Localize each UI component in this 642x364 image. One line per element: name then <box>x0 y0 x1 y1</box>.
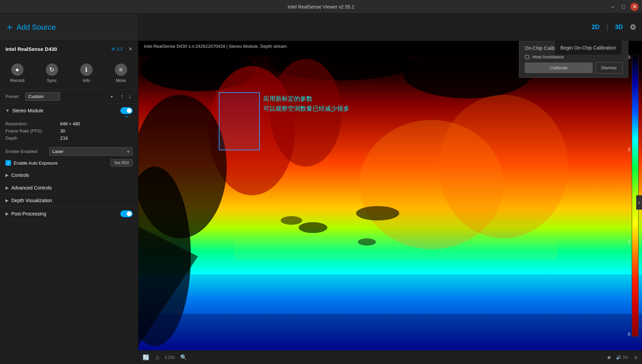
svg-point-12 <box>356 206 399 221</box>
close-button[interactable]: ✕ <box>630 3 639 11</box>
add-source-label: Add Source <box>16 23 56 32</box>
expand-right-button[interactable]: › <box>636 195 642 210</box>
resolution-value: 848 × 480 <box>60 121 80 126</box>
status-bar: 🔄 ⚠ ℹ 330 🔍 ■ 🔊 3% ∨ <box>138 350 642 364</box>
2d-view-button[interactable]: 2D <box>589 22 602 32</box>
host-assistance-row: Host Assistance <box>525 54 623 59</box>
controls-section[interactable]: ▶ Controls <box>0 169 138 182</box>
view-separator: | <box>606 23 608 31</box>
dismiss-button[interactable]: Dismiss <box>596 62 623 73</box>
sync-icon: ↻ <box>46 64 58 76</box>
more-label: More <box>116 78 126 83</box>
resolution-key: Resolution: <box>5 121 60 126</box>
stereo-module-settings: Resolution: 848 × 480 Frame Rate (FPS): … <box>0 117 138 146</box>
framerate-value: 30 <box>60 128 65 134</box>
svg-point-3 <box>403 48 532 98</box>
preset-label: Preset: <box>5 94 23 99</box>
more-icon: ≡ <box>115 64 127 76</box>
svg-point-14 <box>298 222 327 233</box>
roi-box[interactable] <box>219 92 260 150</box>
title-bar: Intel RealSense Viewer v2.55.1 – □ ✕ <box>0 0 642 14</box>
auto-exposure-row: ✓ Enable Auto Exposure Set ROI <box>0 157 138 169</box>
settings-button[interactable]: ⚙ <box>630 23 637 32</box>
viewer-area: Intel RealSense D430 s.n:242622070439 | … <box>138 41 642 364</box>
record-icon: ● <box>11 64 24 76</box>
volume-status: 🔊 3% <box>616 355 628 360</box>
stereo-module-arrow: ▼ <box>5 108 10 113</box>
framerate-row: Frame Rate (FPS): 30 <box>5 127 133 135</box>
svg-rect-10 <box>234 238 557 260</box>
record-button[interactable]: ● Record <box>0 60 35 86</box>
svg-point-15 <box>358 238 376 246</box>
stereo-module-title: Stereo Module <box>12 108 118 113</box>
sync-button[interactable]: ↻ Sync <box>35 60 69 86</box>
preset-actions: ↑ ↓ <box>119 92 133 101</box>
depth-row: Depth Z16 <box>5 135 133 142</box>
top-bar: 2D | 3D ⚙ <box>138 14 642 41</box>
usb-badge: ⇄ 3.2 <box>111 46 123 52</box>
calibrate-row: Calibrate Dismiss <box>525 62 623 73</box>
preset-select-wrapper: Custom Default High Accuracy High Densit… <box>25 92 116 101</box>
preset-select[interactable]: Custom Default High Accuracy High Densit… <box>25 92 60 101</box>
scale-label-2: 2 <box>628 147 630 152</box>
preset-upload-button[interactable]: ↑ <box>119 92 125 101</box>
framerate-key: Frame Rate (FPS): <box>5 128 60 134</box>
auto-exposure-checkbox[interactable]: ✓ <box>5 160 11 166</box>
resolution-row: Resolution: 848 × 480 <box>5 120 133 127</box>
stereo-module-header[interactable]: ▼ Stereo Module on <box>0 104 138 117</box>
begin-calibration-button[interactable]: Begin On-Chip Calibration <box>555 41 621 55</box>
annotation-line-2: 可以观察空洞数量已经减少很多 <box>263 104 349 114</box>
app-title: Intel RealSense Viewer v2.55.1 <box>287 4 354 10</box>
depth-viz-arrow: ▶ <box>5 198 9 203</box>
stereo-module-section: ▼ Stereo Module on Resolution: 848 × 480… <box>0 104 138 169</box>
depth-visualization-section[interactable]: ▶ Depth Visualization <box>0 194 138 207</box>
info-label: Info <box>83 78 90 83</box>
3d-view-button[interactable]: 3D <box>612 22 626 32</box>
annotation-line-1: 应用新标定的参数 <box>263 94 349 104</box>
emitter-select[interactable]: Laser LED Off <box>49 147 133 156</box>
app-layout: + Add Source Intel RealSense D430 ⇄ 3.2 … <box>0 14 642 364</box>
device-name: Intel RealSense D430 <box>5 46 109 52</box>
sidebar: + Add Source Intel RealSense D430 ⇄ 3.2 … <box>0 14 138 364</box>
close-device-button[interactable]: ✕ <box>128 46 133 52</box>
restore-button[interactable]: □ <box>619 3 628 11</box>
info-button[interactable]: ℹ Info <box>69 60 104 86</box>
preset-download-button[interactable]: ↓ <box>127 92 133 101</box>
record-label: Record <box>10 78 25 83</box>
svg-point-9 <box>439 95 568 238</box>
sync-label: Sync <box>47 78 57 83</box>
svg-rect-17 <box>138 314 642 350</box>
controls-title: Controls <box>11 172 133 178</box>
depth-viz-title: Depth Visualization <box>11 198 133 203</box>
svg-point-13 <box>281 216 302 225</box>
device-toolbar: ● Record ↻ Sync ℹ Info ≡ More <box>0 57 138 89</box>
add-source-icon: + <box>7 23 12 32</box>
search-status-icon: 🔍 <box>180 354 187 361</box>
post-processing-toggle[interactable] <box>120 210 133 217</box>
device-header: Intel RealSense D430 ⇄ 3.2 ✕ <box>0 41 138 57</box>
depth-value: Z16 <box>60 136 68 141</box>
post-processing-section[interactable]: ▶ Post-Processing <box>0 207 138 221</box>
more-button[interactable]: ≡ More <box>104 60 138 86</box>
refresh-status-icon: 🔄 <box>143 354 149 361</box>
depth-key: Depth <box>5 136 60 141</box>
post-processing-title: Post-Processing <box>11 211 118 216</box>
preset-row: Preset: Custom Default High Accuracy Hig… <box>0 89 138 104</box>
info-count-status: ℹ 330 <box>165 355 175 360</box>
host-assistance-radio[interactable] <box>525 55 530 59</box>
emitter-select-wrapper: Laser LED Off <box>49 147 133 156</box>
set-roi-button[interactable]: Set ROI <box>110 159 133 167</box>
advanced-controls-section[interactable]: ▶ Advanced Controls <box>0 182 138 194</box>
scale-label-1: 1 <box>628 239 630 244</box>
add-source-bar[interactable]: + Add Source <box>0 14 138 41</box>
stereo-module-toggle[interactable] <box>120 107 133 114</box>
emitter-row: Emitter Enabled: Laser LED Off <box>0 146 138 157</box>
expand-status-icon[interactable]: ∨ <box>634 354 638 361</box>
stream-info-text: Intel RealSense D430 s.n:242622070439 | … <box>144 44 287 49</box>
window-controls: – □ ✕ <box>608 3 639 11</box>
main-content: 2D | 3D ⚙ <box>138 14 642 364</box>
advanced-controls-arrow: ▶ <box>5 185 9 190</box>
calibrate-button[interactable]: Calibrate <box>525 62 593 73</box>
minimize-button[interactable]: – <box>608 3 617 11</box>
scale-label-0: 0 <box>628 332 630 337</box>
